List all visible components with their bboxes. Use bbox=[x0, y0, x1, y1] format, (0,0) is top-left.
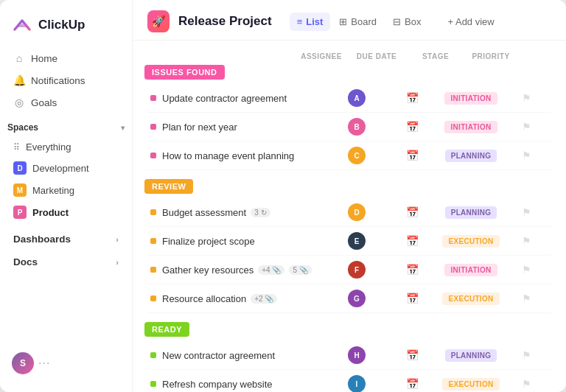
task-name: Budget assessment 3 ↻ bbox=[162, 207, 327, 218]
sidebar-item-development[interactable]: D Development bbox=[6, 157, 126, 179]
spaces-label: Spaces bbox=[7, 122, 38, 133]
user-avatar[interactable]: S bbox=[12, 352, 34, 374]
task-name: How to manage event planning bbox=[162, 150, 327, 161]
sidebar-item-product[interactable]: P Product bbox=[6, 201, 126, 223]
task-count-badge: 5 📎 bbox=[289, 265, 311, 275]
task-name: Refresh company website bbox=[162, 379, 327, 390]
spaces-section-header: Spaces ▾ bbox=[0, 113, 132, 137]
avatar: G bbox=[348, 290, 366, 307]
task-indicator bbox=[150, 95, 156, 101]
task-stage: EXECUTION bbox=[438, 293, 504, 305]
task-stage: PLANNING bbox=[438, 206, 504, 219]
task-row[interactable]: Gather key resources +4 📎 5 📎 F 📅 INITIA… bbox=[144, 256, 554, 284]
task-assignee: I bbox=[327, 375, 386, 392]
task-indicator bbox=[150, 124, 156, 130]
priority-icon: ⚑ bbox=[522, 206, 531, 218]
task-row[interactable]: Finalize project scope E 📅 EXECUTION ⚑ bbox=[144, 227, 554, 256]
sidebar-item-notifications[interactable]: 🔔 Notifications bbox=[6, 69, 126, 91]
task-priority: ⚑ bbox=[504, 264, 548, 276]
product-avatar: P bbox=[13, 206, 27, 219]
app-name: ClickUp bbox=[38, 18, 85, 32]
task-duedate: 📅 bbox=[386, 206, 438, 218]
docs-label: Docs bbox=[13, 256, 38, 267]
task-row[interactable]: Refresh company website I 📅 EXECUTION ⚑ bbox=[144, 370, 554, 392]
sidebar-navigation: ⌂ Home 🔔 Notifications ◎ Goals bbox=[0, 47, 132, 113]
priority-icon: ⚑ bbox=[522, 92, 531, 104]
task-row[interactable]: How to manage event planning C 📅 PLANNIN… bbox=[144, 141, 554, 170]
avatar: D bbox=[348, 203, 366, 221]
task-stage: PLANNING bbox=[438, 349, 504, 362]
sidebar-item-everything[interactable]: ⠿ Everything bbox=[6, 137, 126, 157]
task-name: Plan for next year bbox=[162, 122, 327, 133]
priority-icon: ⚑ bbox=[522, 121, 531, 133]
table-header: ASSIGNEE DUE DATE STAGE PRIORITY bbox=[144, 49, 554, 63]
sidebar: ClickUp ⌂ Home 🔔 Notifications ◎ Goals S… bbox=[0, 0, 133, 392]
col-header-priority: PRIORITY bbox=[469, 52, 513, 60]
stage-badge: EXECUTION bbox=[442, 235, 499, 248]
sidebar-item-home[interactable]: ⌂ Home bbox=[6, 47, 126, 69]
group-review: REVIEW Budget assessment 3 ↻ D 📅 bbox=[144, 179, 554, 313]
col-header-stage: STAGE bbox=[402, 52, 469, 60]
sidebar-item-everything-label: Everything bbox=[26, 141, 71, 153]
stage-badge: EXECUTION bbox=[442, 378, 499, 391]
task-name: Resource allocation +2 📎 bbox=[162, 293, 327, 304]
group-header-issues: ISSUES FOUND bbox=[144, 65, 225, 80]
task-row[interactable]: New contractor agreement H 📅 PLANNING ⚑ bbox=[144, 341, 554, 370]
task-assignee: B bbox=[327, 118, 386, 136]
task-duedate: 📅 bbox=[386, 293, 438, 304]
task-indicator bbox=[150, 352, 156, 358]
group-header-ready: READY bbox=[144, 322, 189, 337]
stage-badge: INITIATION bbox=[444, 121, 497, 133]
task-indicator bbox=[150, 238, 156, 244]
task-priority: ⚑ bbox=[504, 235, 548, 247]
avatar: A bbox=[348, 89, 366, 107]
spaces-chevron-icon: ▾ bbox=[121, 124, 125, 132]
sidebar-item-docs[interactable]: Docs › bbox=[0, 251, 132, 273]
avatar: I bbox=[348, 375, 366, 392]
task-row[interactable]: Update contractor agreement A 📅 INITIATI… bbox=[144, 84, 554, 113]
main-header: 🚀 Release Project ≡ List ⊞ Board ⊟ Box +… bbox=[133, 0, 566, 41]
development-avatar: D bbox=[13, 161, 27, 175]
group-ready: READY New contractor agreement H 📅 PLANN… bbox=[144, 322, 554, 392]
task-row[interactable]: Resource allocation +2 📎 G 📅 EXECUTION ⚑ bbox=[144, 284, 554, 313]
priority-icon: ⚑ bbox=[522, 349, 531, 361]
task-row[interactable]: Plan for next year B 📅 INITIATION ⚑ bbox=[144, 113, 554, 141]
sidebar-item-marketing[interactable]: M Marketing bbox=[6, 179, 126, 201]
sidebar-item-dashboards[interactable]: Dashboards › bbox=[0, 228, 132, 251]
task-indicator bbox=[150, 209, 156, 215]
sidebar-item-goals[interactable]: ◎ Goals bbox=[6, 91, 126, 113]
task-stage: INITIATION bbox=[438, 92, 504, 105]
sidebar-item-marketing-label: Marketing bbox=[32, 185, 74, 196]
calendar-icon: 📅 bbox=[406, 150, 419, 161]
task-name: Finalize project scope bbox=[162, 236, 327, 247]
sidebar-item-product-label: Product bbox=[32, 207, 69, 218]
priority-icon: ⚑ bbox=[522, 293, 531, 304]
task-duedate: 📅 bbox=[386, 150, 438, 161]
stage-badge: PLANNING bbox=[445, 150, 497, 162]
task-priority: ⚑ bbox=[504, 349, 548, 361]
tab-box[interactable]: ⊟ Box bbox=[385, 13, 428, 31]
avatar: H bbox=[348, 346, 366, 364]
calendar-icon: 📅 bbox=[406, 206, 419, 218]
task-badge: +2 📎 bbox=[251, 294, 277, 304]
task-duedate: 📅 bbox=[386, 378, 438, 390]
task-name: Gather key resources +4 📎 5 📎 bbox=[162, 265, 327, 276]
tab-list[interactable]: ≡ List bbox=[290, 13, 331, 31]
stage-badge: INITIATION bbox=[444, 264, 497, 276]
sidebar-item-home-label: Home bbox=[31, 53, 57, 64]
add-view-button[interactable]: + Add view bbox=[440, 13, 501, 31]
bell-icon: 🔔 bbox=[13, 74, 25, 86]
tab-board[interactable]: ⊞ Board bbox=[332, 13, 384, 31]
main-panel: 🚀 Release Project ≡ List ⊞ Board ⊟ Box +… bbox=[133, 0, 566, 392]
task-duedate: 📅 bbox=[386, 235, 438, 247]
sidebar-item-development-label: Development bbox=[32, 163, 89, 174]
task-name: Update contractor agreement bbox=[162, 93, 327, 104]
task-assignee: G bbox=[327, 290, 386, 307]
task-name: New contractor agreement bbox=[162, 350, 327, 361]
task-row[interactable]: Budget assessment 3 ↻ D 📅 PLANNING ⚑ bbox=[144, 198, 554, 227]
priority-icon: ⚑ bbox=[522, 378, 531, 390]
marketing-avatar: M bbox=[13, 183, 27, 197]
task-duedate: 📅 bbox=[386, 264, 438, 276]
board-tab-icon: ⊞ bbox=[339, 16, 347, 27]
dashboards-label: Dashboards bbox=[13, 234, 71, 245]
